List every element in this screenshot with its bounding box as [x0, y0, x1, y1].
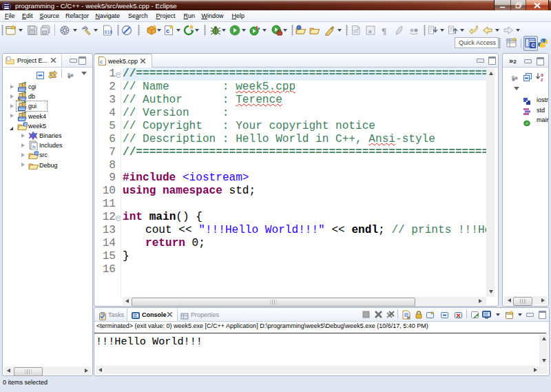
svg-text:010: 010 [105, 30, 113, 35]
svg-text:¶: ¶ [382, 25, 386, 36]
svg-text:C: C [25, 122, 28, 126]
svg-text:C: C [532, 43, 535, 48]
svg-text:c: c [166, 28, 169, 34]
svg-text:a: a [368, 28, 372, 34]
svg-text:c: c [100, 59, 103, 65]
svg-text:z: z [541, 77, 543, 81]
svg-text:a: a [541, 72, 543, 77]
svg-text:h: h [32, 144, 35, 150]
